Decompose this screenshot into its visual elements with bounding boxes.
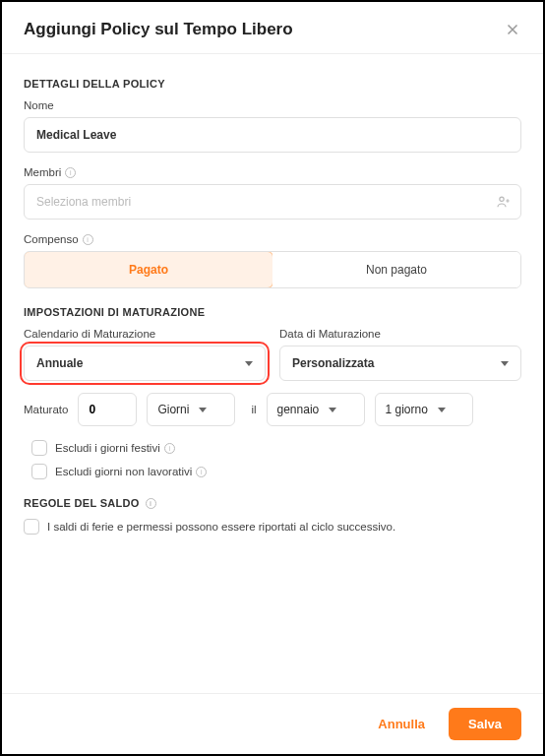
dialog-title: Aggiungi Policy sul Tempo Libero xyxy=(24,20,293,39)
accrual-schedule-value: Annuale xyxy=(36,356,83,370)
info-icon[interactable]: i xyxy=(83,234,93,245)
month-value: gennaio xyxy=(277,403,320,416)
accrual-schedule-label: Calendario di Maturazione xyxy=(24,328,266,340)
accrual-date-value: Personalizzata xyxy=(292,356,374,370)
balance-rules-text: REGOLE DEL SALDO xyxy=(24,497,140,509)
exclude-holidays-text: Escludi i giorni festivi xyxy=(55,442,160,454)
compensation-label-text: Compenso xyxy=(24,233,79,245)
exclude-nonworking-text: Escludi giorni non lavorativi xyxy=(55,466,192,477)
info-icon[interactable]: i xyxy=(146,498,156,509)
chevron-down-icon xyxy=(245,361,253,366)
close-icon[interactable] xyxy=(504,21,521,38)
chevron-down-icon xyxy=(501,361,509,366)
carryover-label: I saldi di ferie e permessi possono esse… xyxy=(47,521,395,533)
segment-paid[interactable]: Pagato xyxy=(24,251,273,288)
members-input-wrapper xyxy=(24,184,521,220)
svg-point-0 xyxy=(500,197,504,201)
members-label: Membri i xyxy=(24,166,521,178)
dialog-footer: Annulla Salva xyxy=(2,693,543,754)
info-icon[interactable]: i xyxy=(65,167,76,178)
members-label-text: Membri xyxy=(24,166,61,178)
accrued-label: Maturato xyxy=(24,404,68,415)
accrual-date-label: Data di Maturazione xyxy=(279,328,521,340)
section-policy-details: DETTAGLI DELLA POLICY xyxy=(24,78,521,90)
divider xyxy=(2,53,543,54)
compensation-segmented: Pagato Non pagato xyxy=(24,251,521,288)
save-button[interactable]: Salva xyxy=(449,708,521,740)
segment-unpaid[interactable]: Non pagato xyxy=(272,252,520,287)
carryover-checkbox[interactable] xyxy=(24,519,39,535)
chevron-down-icon xyxy=(329,408,336,412)
accrual-schedule-select[interactable]: Annuale xyxy=(24,346,266,381)
cancel-button[interactable]: Annulla xyxy=(366,709,437,739)
exclude-nonworking-checkbox[interactable] xyxy=(31,464,47,479)
accrued-unit-value: Giorni xyxy=(157,403,189,416)
chevron-down-icon xyxy=(199,408,207,412)
name-label: Nome xyxy=(24,99,521,111)
section-balance-rules: REGOLE DEL SALDO i xyxy=(24,497,521,509)
info-icon[interactable]: i xyxy=(164,443,175,454)
accrued-amount-input[interactable] xyxy=(78,393,137,426)
section-accrual-settings: IMPOSTAZIONI DI MATURAZIONE xyxy=(24,306,521,318)
month-select[interactable]: gennaio xyxy=(267,393,365,426)
day-select[interactable]: 1 giorno xyxy=(375,393,473,426)
dialog-content: DETTAGLI DELLA POLICY Nome Membri i Comp… xyxy=(2,66,543,693)
dialog-header: Aggiungi Policy sul Tempo Libero xyxy=(2,2,543,53)
accrued-unit-select[interactable]: Giorni xyxy=(147,393,235,426)
compensation-label: Compenso i xyxy=(24,233,521,245)
exclude-holidays-checkbox[interactable] xyxy=(31,440,47,456)
members-input[interactable] xyxy=(24,184,521,220)
chevron-down-icon xyxy=(438,408,446,412)
accrual-date-select[interactable]: Personalizzata xyxy=(279,346,521,381)
info-icon[interactable]: i xyxy=(196,467,207,477)
day-value: 1 giorno xyxy=(386,403,428,416)
exclude-holidays-label: Escludi i giorni festivi i xyxy=(55,442,175,454)
name-input[interactable] xyxy=(24,117,521,153)
on-label: il xyxy=(251,404,256,415)
exclude-nonworking-label: Escludi giorni non lavorativi i xyxy=(55,466,207,477)
add-user-icon[interactable] xyxy=(496,194,512,210)
